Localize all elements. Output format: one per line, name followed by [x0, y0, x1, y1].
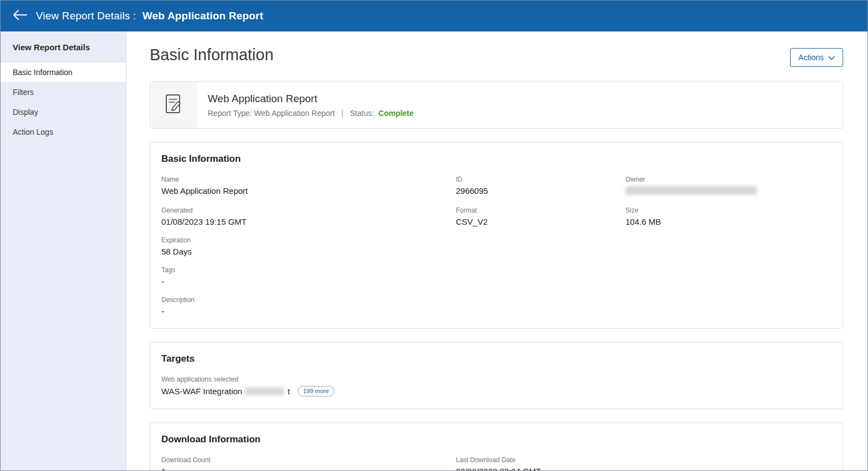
field-format-label: Format [456, 207, 625, 214]
field-size-label: Size [625, 207, 832, 214]
arrow-left-icon [12, 9, 28, 23]
window-title-prefix: View Report Details : [36, 10, 136, 22]
status-label: Status: [350, 109, 374, 118]
field-size-value: 104.6 MB [625, 217, 832, 226]
field-owner-value-redacted [625, 186, 757, 195]
chevron-down-icon [828, 53, 835, 62]
page-title: Basic Information [150, 46, 273, 64]
field-description-label: Description [161, 296, 456, 304]
report-subtitle: Report Type: Web Application Report | St… [208, 109, 414, 118]
sidebar-title: View Report Details [1, 31, 126, 62]
basic-information-title: Basic Information [161, 154, 832, 165]
subtitle-separator: | [341, 109, 344, 118]
sidebar-item-action-logs[interactable]: Action Logs [1, 122, 126, 142]
field-id-value: 2966095 [456, 186, 625, 195]
last-download-date-label: Last Download Date [456, 456, 625, 464]
field-tags: Tags - [161, 266, 456, 286]
basic-information-card: Basic Information Name Web Application R… [150, 142, 843, 329]
report-summary-card: Web Application Report Report Type: Web … [150, 81, 843, 129]
field-description: Description - [161, 296, 456, 316]
target-value-prefix: WAS-WAF Integration [161, 387, 242, 396]
target-value-redacted [245, 388, 284, 395]
top-header-bar: View Report Details : Web Application Re… [1, 1, 867, 31]
status-badge: Complete [378, 109, 414, 118]
field-format-value: CSV_V2 [456, 217, 625, 226]
download-information-title: Download Information [161, 434, 832, 445]
sidebar-item-display[interactable]: Display [1, 102, 126, 122]
actions-button-label: Actions [798, 53, 824, 62]
sidebar-item-basic-information[interactable]: Basic Information [1, 62, 126, 82]
web-applications-selected-label: Web applications selected [161, 375, 832, 383]
app-window: View Report Details : Web Application Re… [0, 0, 868, 471]
window-title: View Report Details : Web Application Re… [36, 10, 263, 22]
field-name-label: Name [161, 176, 456, 183]
field-name: Name Web Application Report [161, 176, 456, 197]
field-expiration-value: 58 Days [161, 247, 456, 256]
field-tags-value: - [161, 277, 456, 286]
targets-title: Targets [161, 353, 832, 364]
field-download-count: Download Count 1 [161, 456, 456, 470]
field-description-value: - [161, 306, 456, 316]
field-format: Format CSV_V2 [456, 207, 625, 226]
actions-button[interactable]: Actions [790, 48, 843, 67]
sidebar: View Report Details Basic Information Fi… [1, 31, 127, 470]
download-count-label: Download Count [161, 456, 456, 464]
field-web-applications-selected: Web applications selected WAS-WAF Integr… [161, 375, 832, 396]
field-owner-label: Owner [625, 176, 832, 183]
more-targets-badge[interactable]: 199 more [298, 386, 334, 396]
report-icon-box [150, 82, 197, 128]
sidebar-item-filters[interactable]: Filters [1, 82, 126, 102]
field-owner: Owner [625, 176, 832, 197]
report-title: Web Application Report [208, 93, 414, 105]
field-generated-value: 01/08/2023 19:15 GMT [161, 217, 456, 226]
field-last-download-date: Last Download Date 02/08/2023 22:04 GMT [456, 456, 625, 470]
target-value-suffix: t [287, 387, 290, 396]
report-document-icon [164, 93, 183, 117]
field-generated: Generated 01/08/2023 19:15 GMT [161, 207, 456, 226]
field-size: Size 104.6 MB [625, 207, 832, 226]
download-count-value: 1 [161, 467, 456, 470]
main-content: Basic Information Actions [127, 31, 867, 470]
download-information-card: Download Information Download Count 1 La… [150, 422, 843, 470]
field-id: ID 2966095 [456, 176, 625, 197]
back-button[interactable] [10, 7, 29, 25]
field-tags-label: Tags [161, 266, 456, 274]
field-generated-label: Generated [161, 207, 456, 214]
field-expiration: Expiration 58 Days [161, 236, 456, 256]
field-expiration-label: Expiration [161, 236, 456, 244]
last-download-date-value: 02/08/2023 22:04 GMT [456, 467, 625, 470]
field-id-label: ID [456, 176, 625, 183]
report-type-label: Report Type: [208, 109, 252, 118]
targets-card: Targets Web applications selected WAS-WA… [150, 342, 843, 409]
window-title-report-name: Web Application Report [143, 10, 264, 22]
report-type-value: Web Application Report [254, 109, 335, 118]
field-name-value: Web Application Report [161, 186, 456, 195]
